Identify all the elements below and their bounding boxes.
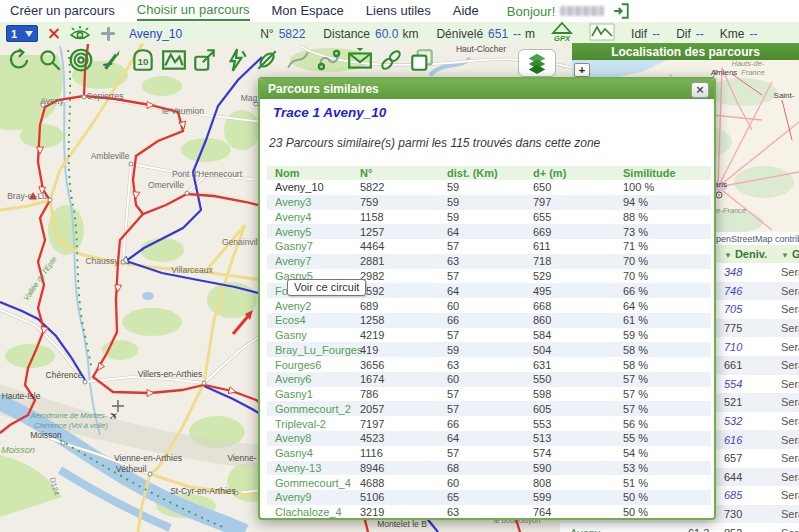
table-row[interactable]: Gasny7 4464 57 611 71 % [267, 239, 711, 254]
route-name-link[interactable]: Gommecourt_2 [267, 403, 354, 415]
route-name-link[interactable]: Aveny7 [267, 255, 354, 267]
route-name-link[interactable]: Aveny2 [267, 300, 354, 312]
mail-import-icon [347, 47, 373, 73]
dif-value: -- [696, 27, 704, 41]
route-name-link[interactable]: Fourges6 [267, 359, 354, 371]
svg-text:GPX: GPX [554, 34, 571, 42]
result-deniv[interactable]: 348 [718, 266, 776, 278]
target-tool-button[interactable] [68, 47, 94, 73]
route-name-link[interactable]: Gasny1 [267, 388, 354, 400]
table-row[interactable]: Aveny7 2881 63 718 70 % [267, 254, 711, 269]
nav-item[interactable]: Aide [453, 3, 479, 20]
link-tool-button[interactable] [378, 47, 404, 73]
route-name-link[interactable]: Aveny8 [267, 432, 354, 444]
export-tool-button[interactable] [192, 47, 218, 73]
km-marker-tool-button[interactable]: 10 [130, 47, 156, 73]
trace-name: Aveny_10 [129, 27, 182, 41]
list-item[interactable]: Aveny 61.3 852 Sera [560, 523, 799, 532]
nav-item[interactable]: Mon Espace [272, 3, 344, 20]
map-label: Hauts-de- [732, 60, 765, 68]
result-deniv[interactable]: 554 [718, 378, 776, 390]
route-name-link[interactable]: Clachaloze_4 [267, 506, 354, 518]
table-row[interactable]: Aveny6 1674 60 550 57 % [267, 372, 711, 387]
route-points-tool-button[interactable] [316, 47, 342, 73]
route-name-link[interactable]: Aveny6 [267, 373, 354, 385]
route-name-link[interactable]: Aveny5 [267, 226, 354, 238]
route-name-link[interactable]: Bray_Lu_Fourges [267, 344, 354, 356]
table-row[interactable]: Aveny3 759 59 797 94 % [267, 195, 711, 210]
table-row[interactable]: Fourges6 3656 63 631 58 % [267, 357, 711, 372]
nav-item[interactable]: Liens utiles [366, 3, 431, 20]
table-row[interactable]: Gommecourt_4 4688 60 808 51 % [267, 475, 711, 490]
mail-import-tool-button[interactable] [347, 47, 373, 73]
trace-select[interactable]: 1 [6, 25, 38, 42]
undo-tool-button[interactable] [6, 47, 32, 73]
kme-value: -- [749, 27, 757, 41]
sort-descending-icon[interactable]: ▼ [724, 251, 732, 260]
route-distance: 59 [441, 181, 527, 193]
route-number: 2057 [354, 403, 441, 415]
route-name-link[interactable]: Gasny [267, 329, 354, 341]
route-similarity: 58 % [611, 344, 703, 356]
table-row[interactable]: Aveny_10 5822 59 650 100 % [267, 180, 711, 195]
table-row[interactable]: Tripleval-2 7197 66 553 56 % [267, 416, 711, 431]
logout-button[interactable] [612, 2, 630, 20]
profile-chart-icon [161, 47, 187, 73]
result-deniv[interactable]: 532 [718, 415, 776, 427]
copy-tool-button[interactable] [409, 47, 435, 73]
result-deniv[interactable]: 685 [718, 489, 776, 501]
result-deniv[interactable]: 710 [718, 341, 776, 353]
table-row[interactable]: Aveny-13 8946 68 590 53 % [267, 461, 711, 476]
route-distance: 60 [441, 373, 527, 385]
table-row[interactable]: Gasny4 1116 57 574 54 % [267, 446, 711, 461]
layers-button[interactable] [518, 49, 556, 77]
add-trace-button[interactable] [101, 27, 115, 41]
route-name-link[interactable]: Gasny7 [267, 240, 354, 252]
route-name-link[interactable]: Tripleval-2 [267, 418, 354, 430]
result-deniv[interactable]: 705 [718, 303, 776, 315]
table-row[interactable]: Clachaloze_4 3219 63 764 50 % [267, 505, 711, 520]
nav-item[interactable]: Choisir un parcours [137, 2, 250, 21]
table-row[interactable]: Aveny2 689 60 668 64 % [267, 298, 711, 313]
nav-item[interactable]: Créer un parcours [10, 3, 115, 20]
modal-trace-title: Trace 1 Aveny_10 [273, 105, 386, 120]
route-name-link[interactable]: Aveny_10 [267, 181, 354, 193]
route-dplus: 808 [527, 477, 611, 489]
route-name-link[interactable]: Aveny-13 [267, 462, 354, 474]
route-name-link[interactable]: Aveny4 [267, 211, 354, 223]
table-row[interactable]: Gommecourt_2 2057 57 605 57 % [267, 401, 711, 416]
table-row[interactable]: Bray_Lu_Fourges 419 59 504 58 % [267, 342, 711, 357]
table-row[interactable]: Ecos4 1258 66 860 61 % [267, 313, 711, 328]
curve-tool-button[interactable] [285, 47, 311, 73]
route-name-link[interactable]: Aveny3 [267, 196, 354, 208]
flash-tool-button[interactable] [223, 47, 249, 73]
route-name-link[interactable]: Aveny9 [267, 491, 354, 503]
table-row[interactable]: Gasny 4219 57 584 59 % [267, 328, 711, 343]
result-gr: Sera [776, 527, 799, 532]
elevation-profile-button[interactable] [589, 23, 615, 44]
route-distance: 63 [441, 506, 527, 518]
route-name-link[interactable]: Gommecourt_4 [267, 477, 354, 489]
route-name-link[interactable]: Ecos4 [267, 314, 354, 326]
table-row[interactable]: Aveny5 1257 64 669 73 % [267, 224, 711, 239]
route-name-link[interactable]: Gasny4 [267, 447, 354, 459]
table-row[interactable]: Aveny8 4523 64 513 55 % [267, 431, 711, 446]
result-deniv[interactable]: 616 [718, 434, 776, 446]
table-row[interactable]: Aveny4 1158 59 655 88 % [267, 210, 711, 225]
minimap-zoom-in-button[interactable]: + [574, 63, 590, 77]
node-edit-tool-button[interactable] [254, 47, 280, 73]
sort-descending-icon[interactable]: ▼ [781, 251, 789, 260]
search-tool-button[interactable] [37, 47, 63, 73]
table-row[interactable]: Gasny1 786 57 598 57 % [267, 387, 711, 402]
profile-chart-tool-button[interactable] [161, 47, 187, 73]
delete-trace-button[interactable] [47, 27, 60, 40]
result-deniv[interactable]: 746 [718, 285, 776, 297]
km-marker-icon: 10 [130, 47, 156, 73]
close-button[interactable]: × [691, 82, 709, 98]
brush-tool-button[interactable] [99, 47, 125, 73]
gpx-download-button[interactable]: GPX [551, 22, 573, 45]
visibility-eye-button[interactable] [69, 25, 91, 42]
route-similarity: 73 % [611, 226, 703, 238]
table-row[interactable]: Aveny9 5106 65 599 50 % [267, 490, 711, 505]
route-dplus: 764 [527, 506, 611, 518]
